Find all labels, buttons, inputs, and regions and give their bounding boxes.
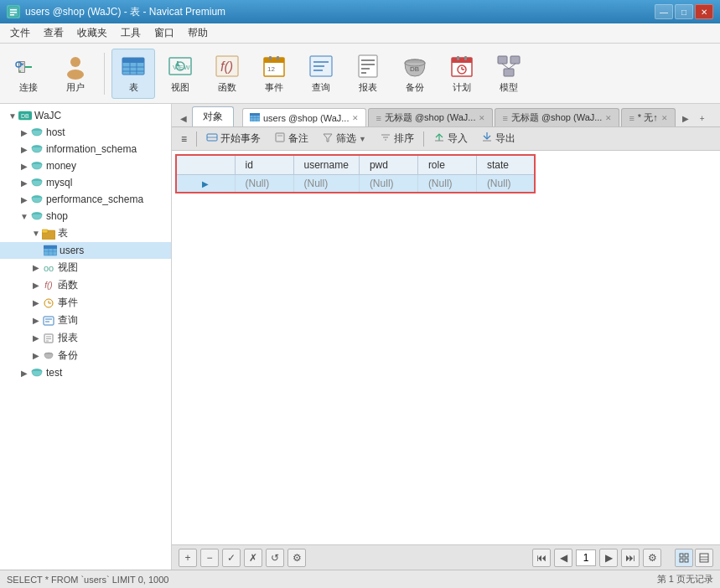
views-expand[interactable]: ▶ bbox=[30, 263, 42, 272]
tables-expand[interactable]: ▼ bbox=[30, 229, 42, 238]
tab-query1-close[interactable]: ✕ bbox=[479, 114, 485, 122]
cell-username[interactable]: (Null) bbox=[293, 175, 359, 193]
sidebar-item-tables-folder[interactable]: ▼ 表 bbox=[0, 224, 171, 242]
settings-btn[interactable]: ⚙ bbox=[287, 549, 306, 567]
add-record-btn[interactable]: + bbox=[179, 549, 197, 567]
toolbar-connect[interactable]: 连接 bbox=[7, 49, 50, 99]
col-id[interactable]: id bbox=[235, 155, 293, 175]
toolbar-table[interactable]: 表 bbox=[111, 49, 155, 99]
tab-users-table[interactable]: users @shop (WaJ... ✕ bbox=[242, 108, 366, 126]
sidebar-item-reports[interactable]: ▶ 报表 bbox=[0, 329, 171, 347]
page-settings-btn[interactable]: ⚙ bbox=[643, 549, 661, 567]
tab-query2-close[interactable]: ✕ bbox=[605, 114, 612, 122]
page-last-btn[interactable]: ⏭ bbox=[621, 549, 640, 567]
sidebar-item-test[interactable]: ▶ test bbox=[0, 364, 171, 381]
export-btn[interactable]: 导出 bbox=[475, 130, 521, 148]
tab-new[interactable]: + bbox=[694, 110, 711, 126]
toolbar-view[interactable]: VIEW 视图 bbox=[158, 49, 202, 99]
functions-expand[interactable]: ▶ bbox=[30, 281, 42, 290]
menu-file[interactable]: 文件 bbox=[3, 24, 37, 42]
svg-rect-103 bbox=[685, 559, 688, 562]
events-expand[interactable]: ▶ bbox=[30, 298, 42, 307]
shop-expand[interactable]: ▼ bbox=[18, 212, 30, 221]
toolbar-query[interactable]: 查询 bbox=[299, 49, 343, 99]
cell-pwd[interactable]: (Null) bbox=[359, 175, 417, 193]
menu-window[interactable]: 窗口 bbox=[148, 24, 181, 42]
page-prev-btn[interactable]: ◀ bbox=[554, 549, 572, 567]
main-area: ▼ DB WaJC ▶ ho bbox=[0, 104, 720, 570]
toolbar-event[interactable]: 12 事件 bbox=[252, 49, 296, 99]
grid-view-btn[interactable] bbox=[675, 549, 693, 567]
perf-schema-expand[interactable]: ▶ bbox=[18, 195, 30, 204]
page-next-btn[interactable]: ▶ bbox=[599, 549, 618, 567]
host-expand[interactable]: ▶ bbox=[18, 128, 30, 137]
cell-role[interactable]: (Null) bbox=[417, 175, 476, 193]
col-pwd[interactable]: pwd bbox=[359, 155, 417, 175]
sidebar-item-mysql[interactable]: ▶ mysql bbox=[0, 174, 171, 191]
tab-query-2[interactable]: ≡ 无标题 @shop (WaJ... ✕ bbox=[495, 108, 619, 126]
confirm-btn[interactable]: ✓ bbox=[222, 549, 241, 567]
cell-state[interactable]: (Null) bbox=[476, 175, 535, 193]
filter-btn[interactable]: 筛选 ▼ bbox=[316, 130, 372, 148]
sidebar-item-money[interactable]: ▶ money bbox=[0, 157, 171, 174]
page-first-btn[interactable]: ⏮ bbox=[532, 549, 551, 567]
delete-record-btn[interactable]: − bbox=[200, 549, 219, 567]
test-expand[interactable]: ▶ bbox=[18, 369, 30, 378]
tab-more[interactable]: ▶ bbox=[677, 110, 694, 126]
sidebar-item-events[interactable]: ▶ 事件 bbox=[0, 294, 171, 312]
menu-tools[interactable]: 工具 bbox=[114, 24, 148, 42]
menu-btn[interactable]: ≡ bbox=[175, 130, 193, 148]
toolbar-model[interactable]: 模型 bbox=[487, 49, 531, 99]
maximize-button[interactable]: □ bbox=[675, 4, 693, 19]
sort-btn[interactable]: 排序 bbox=[374, 130, 420, 148]
menu-view[interactable]: 查看 bbox=[37, 24, 70, 42]
reports-expand[interactable]: ▶ bbox=[30, 333, 42, 343]
sidebar-item-host[interactable]: ▶ host bbox=[0, 124, 171, 141]
window-controls[interactable]: — □ ✕ bbox=[655, 4, 713, 19]
db-perf-icon bbox=[30, 193, 44, 206]
filter-dropdown[interactable]: ▼ bbox=[359, 135, 366, 143]
note-btn[interactable]: 备注 bbox=[268, 130, 314, 148]
mysql-expand[interactable]: ▶ bbox=[18, 178, 30, 188]
sidebar-item-shop[interactable]: ▼ shop bbox=[0, 208, 171, 224]
cell-id[interactable]: (Null) bbox=[235, 175, 293, 193]
toolbar-function[interactable]: f() 函数 bbox=[205, 49, 249, 99]
tab-object-type[interactable]: 对象 bbox=[192, 106, 234, 126]
sidebar-item-info-schema[interactable]: ▶ information_schema bbox=[0, 141, 171, 157]
page-number[interactable]: 1 bbox=[576, 549, 596, 566]
info-schema-expand[interactable]: ▶ bbox=[18, 145, 30, 154]
sidebar-item-views[interactable]: ▶ oo 视图 bbox=[0, 259, 171, 276]
minimize-button[interactable]: — bbox=[655, 4, 673, 19]
toolbar-schedule[interactable]: 计划 bbox=[440, 49, 484, 99]
tab-query-3[interactable]: ≡ * 无↑ ✕ bbox=[621, 108, 675, 126]
cancel-edit-btn[interactable]: ✗ bbox=[244, 549, 262, 567]
tab-query-1[interactable]: ≡ 无标题 @shop (WaJ... ✕ bbox=[368, 108, 493, 126]
col-username[interactable]: username bbox=[293, 155, 359, 175]
form-view-btn[interactable] bbox=[695, 549, 713, 567]
refresh-btn[interactable]: ↺ bbox=[266, 549, 284, 567]
begin-transaction-btn[interactable]: 开始事务 bbox=[200, 130, 267, 148]
toolbar-user[interactable]: 用户 bbox=[54, 49, 97, 99]
tab-query3-close[interactable]: ✕ bbox=[661, 114, 668, 122]
import-btn[interactable]: 导入 bbox=[427, 130, 474, 148]
sidebar-item-functions[interactable]: ▶ f() 函数 bbox=[0, 276, 171, 294]
sidebar-item-queries[interactable]: ▶ 查询 bbox=[0, 312, 171, 329]
wajc-expand[interactable]: ▼ bbox=[7, 111, 18, 121]
tab-users-close[interactable]: ✕ bbox=[352, 114, 359, 122]
sidebar-item-backups[interactable]: ▶ 备份 bbox=[0, 347, 171, 364]
sidebar-item-wajc[interactable]: ▼ DB WaJC bbox=[0, 107, 171, 124]
backups-expand[interactable]: ▶ bbox=[30, 351, 42, 360]
money-expand[interactable]: ▶ bbox=[18, 162, 30, 171]
sidebar-item-perf-schema[interactable]: ▶ performance_schema bbox=[0, 191, 171, 208]
tab-nav-left[interactable]: ◀ bbox=[175, 110, 192, 126]
close-button[interactable]: ✕ bbox=[695, 4, 713, 19]
col-role[interactable]: role bbox=[417, 155, 476, 175]
table-row[interactable]: ▶ (Null) (Null) (Null) (Null) (Null) bbox=[176, 175, 535, 193]
menu-help[interactable]: 帮助 bbox=[181, 24, 215, 42]
sidebar-item-users-table[interactable]: users bbox=[0, 242, 171, 259]
col-state[interactable]: state bbox=[476, 155, 535, 175]
queries-expand[interactable]: ▶ bbox=[30, 316, 42, 325]
toolbar-backup[interactable]: DB 备份 bbox=[393, 49, 437, 99]
menu-favorites[interactable]: 收藏夹 bbox=[70, 24, 114, 42]
toolbar-report[interactable]: 报表 bbox=[346, 49, 390, 99]
